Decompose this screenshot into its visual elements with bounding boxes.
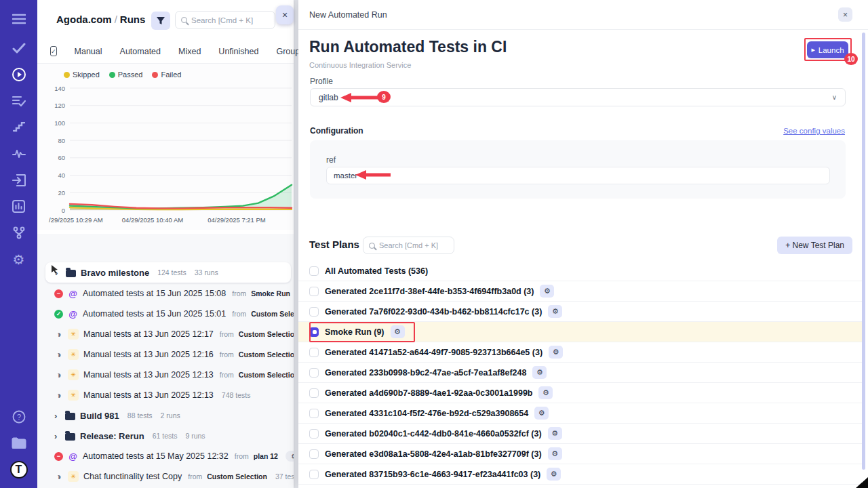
- status-progress-icon: ◑: [54, 472, 63, 481]
- run-group-row[interactable]: ›Bravo milestone124 tests33 runs: [45, 262, 291, 283]
- plan-settings-gear-icon[interactable]: ⚙: [532, 366, 547, 379]
- gear-icon: ⚙: [291, 452, 294, 460]
- plan-settings-gear-icon[interactable]: ⚙: [540, 285, 554, 298]
- plan-checkbox[interactable]: [309, 470, 319, 479]
- run-row[interactable]: ✓@Automated tests at 15 Jun 2025 15:01fr…: [37, 304, 294, 324]
- run-title: Chat functinality test Copy: [83, 472, 182, 481]
- run-row[interactable]: ◑✳Manual tests at 13 Jun 2025 12:16fromC…: [37, 344, 294, 365]
- svg-text:04/29/2025 10:40 AM: 04/29/2025 10:40 AM: [122, 216, 183, 224]
- runs-panel-close-button[interactable]: ×: [276, 5, 294, 24]
- select-runs-icon[interactable]: ✓: [50, 46, 57, 56]
- from-source: Custom Selection: [251, 310, 294, 318]
- modal-scrollbar[interactable]: [862, 33, 865, 470]
- tab-unfinished[interactable]: Unfinished: [218, 47, 258, 56]
- see-config-values-link[interactable]: See config values: [783, 127, 845, 135]
- run-subtitle: Continuous Integration Service: [309, 61, 411, 69]
- test-plan-row[interactable]: Generated 2ce11f7d-38ef-44fe-b353-4f694f…: [298, 281, 863, 302]
- test-plan-row[interactable]: Generated 83715b93-6c1e-4663-9417-ef23a4…: [298, 464, 863, 485]
- plan-checkbox[interactable]: [309, 307, 319, 317]
- test-plans-search-input[interactable]: Search [Cmd + K]: [363, 237, 454, 254]
- new-test-plan-button[interactable]: + New Test Plan: [777, 237, 852, 254]
- workspace-logo[interactable]: T: [0, 456, 37, 483]
- ref-input[interactable]: master: [326, 167, 830, 184]
- test-plan-row[interactable]: Generated b02040c1-c442-4db0-841e-4660a0…: [298, 424, 863, 444]
- status-failed-icon: −: [54, 452, 63, 461]
- run-list: ›Bravo milestone124 tests33 runs−@Automa…: [37, 234, 294, 488]
- plan-settings-gear-icon[interactable]: ⚙: [534, 407, 549, 420]
- run-env-chip[interactable]: ⚙test: [285, 451, 294, 462]
- chevron-right-icon[interactable]: ›: [54, 411, 60, 421]
- status-progress-icon: ◑: [54, 330, 63, 339]
- run-row[interactable]: ◑✳Manual tests at 13 Jun 2025 12:13748 t…: [37, 385, 294, 405]
- breadcrumb-project[interactable]: Agoda.com: [56, 14, 112, 25]
- run-row[interactable]: ◑✳Manual tests at 13 Jun 2025 12:17fromC…: [37, 324, 294, 344]
- run-row[interactable]: −@Automated tests at 15 Jun 2025 15:08fr…: [37, 283, 294, 304]
- plan-checkbox[interactable]: [309, 409, 319, 418]
- run-row[interactable]: ◑✳Manual tests at 13 Jun 2025 12:13fromC…: [37, 365, 294, 385]
- runs-search-input[interactable]: Search [Cmd + K]: [175, 11, 275, 29]
- plan-checkbox[interactable]: [309, 287, 319, 296]
- plan-checkbox[interactable]: [309, 368, 319, 378]
- plan-checkbox[interactable]: [309, 449, 319, 459]
- bar-chart-icon[interactable]: [0, 193, 37, 220]
- group-tests-count: 61 tests: [153, 432, 178, 440]
- plan-checkbox[interactable]: [309, 388, 319, 398]
- from-label: from: [188, 472, 202, 481]
- legend-label: Skipped: [73, 70, 100, 79]
- chevron-right-icon[interactable]: ›: [54, 431, 60, 441]
- automated-run-icon: @: [68, 451, 78, 462]
- runs-trend-chart: 020406080100120140/29/2025 10:29 AM04/29…: [39, 79, 294, 228]
- settings-gear-icon[interactable]: ⚙: [0, 246, 37, 272]
- menu-icon[interactable]: [0, 3, 37, 35]
- plan-checkbox[interactable]: [309, 266, 319, 276]
- test-plan-list: All Automated Tests (536)Generated 2ce11…: [298, 261, 863, 485]
- plan-settings-gear-icon[interactable]: ⚙: [548, 447, 562, 460]
- list-check-icon[interactable]: [0, 87, 37, 114]
- manual-run-icon: ✳: [68, 329, 79, 340]
- check-icon[interactable]: [0, 35, 37, 61]
- sign-in-icon[interactable]: [0, 167, 37, 193]
- tab-automated[interactable]: Automated: [120, 47, 161, 56]
- modal-close-button[interactable]: ×: [838, 7, 852, 22]
- plan-checkbox[interactable]: [309, 348, 319, 357]
- test-plan-row[interactable]: Generated e3d08a1a-5808-42e4-a1ab-81bfe3…: [298, 444, 863, 464]
- activity-pulse-icon[interactable]: [0, 140, 37, 167]
- run-row[interactable]: −@Automated tests at 15 May 2025 12:32fr…: [37, 446, 294, 466]
- plan-label: Generated 7a76f022-93d0-434b-b462-bb8114…: [325, 307, 542, 317]
- filter-button[interactable]: [151, 12, 170, 30]
- plan-label: Generated a4d690b7-8889-4ae1-92aa-0c3001…: [325, 388, 532, 398]
- run-row[interactable]: ◑✳Chat functinality test CopyfromCustom …: [37, 466, 294, 487]
- plan-settings-gear-icon[interactable]: ⚙: [548, 305, 562, 318]
- annotation-arrow-ref: [355, 169, 392, 180]
- svg-text:120: 120: [54, 102, 65, 109]
- funnel-icon: [157, 17, 165, 25]
- test-plan-row[interactable]: Generated 233b0998-b9c2-47ae-a5cf-7ea1af…: [298, 363, 863, 383]
- run-title: Run Automated Tests in CI: [309, 38, 507, 56]
- legend-item-failed: Failed: [152, 70, 181, 79]
- plan-settings-gear-icon[interactable]: ⚙: [548, 427, 562, 440]
- test-plan-row[interactable]: Generated 7a76f022-93d0-434b-b462-bb8114…: [298, 302, 863, 322]
- run-tests-count: 37 tests: [275, 472, 294, 481]
- test-plan-row[interactable]: Generated 4331c104-f5f2-476e-b92d-c529a3…: [298, 403, 863, 424]
- git-branch-icon[interactable]: [0, 220, 37, 246]
- runs-play-circle-icon[interactable]: [0, 61, 37, 87]
- plan-settings-gear-icon[interactable]: ⚙: [547, 468, 561, 481]
- search-icon: [369, 243, 375, 249]
- run-group-row[interactable]: ›Build 98188 tests2 runs: [37, 405, 294, 426]
- plan-settings-gear-icon[interactable]: ⚙: [549, 346, 563, 359]
- run-group-row[interactable]: ›Release: Rerun61 tests9 runs: [37, 426, 294, 446]
- breadcrumb[interactable]: Agoda.com/Runs: [56, 14, 145, 25]
- tab-manual[interactable]: Manual: [75, 47, 102, 56]
- new-automated-run-modal: New Automated Run × Run Automated Tests …: [298, 0, 868, 488]
- test-plan-row[interactable]: Generated 41471a52-a644-49f7-9085-923713…: [298, 342, 863, 363]
- projects-folder-icon[interactable]: [0, 430, 37, 456]
- test-plan-row[interactable]: All Automated Tests (536): [298, 261, 863, 281]
- plan-checkbox[interactable]: [309, 429, 319, 439]
- legend-dot: [64, 72, 70, 78]
- test-plan-row[interactable]: Generated a4d690b7-8889-4ae1-92aa-0c3001…: [298, 383, 863, 403]
- tab-mixed[interactable]: Mixed: [178, 47, 201, 56]
- legend-dot: [152, 72, 158, 78]
- help-icon[interactable]: ?: [0, 403, 37, 430]
- steps-icon[interactable]: [0, 114, 37, 140]
- plan-settings-gear-icon[interactable]: ⚙: [538, 386, 553, 399]
